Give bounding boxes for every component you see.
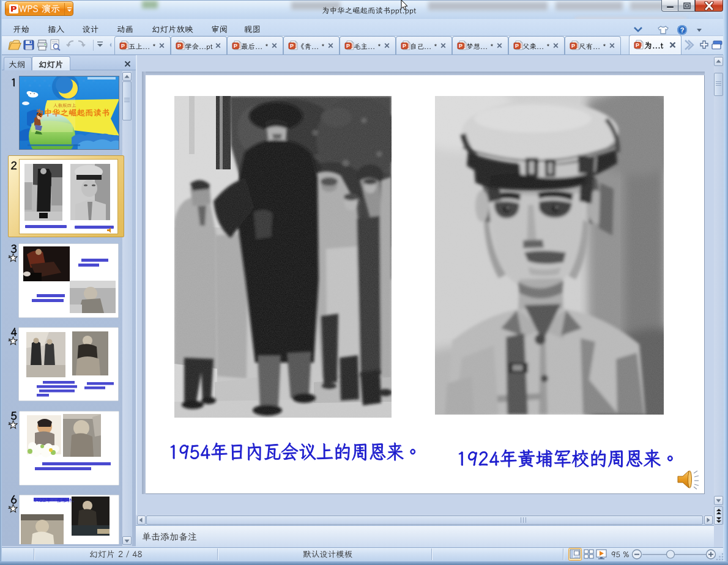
svg-text:?: ? <box>680 26 685 34</box>
svg-text:P: P <box>346 43 350 49</box>
svg-text:P: P <box>177 43 181 49</box>
svg-text:P: P <box>234 43 237 49</box>
svg-text:P: P <box>571 43 575 49</box>
svg-text:P: P <box>121 43 125 49</box>
svg-text:P: P <box>515 43 519 49</box>
svg-text:P: P <box>290 43 294 49</box>
svg-text:P: P <box>403 43 406 49</box>
svg-text:P: P <box>459 43 462 49</box>
svg-text:P: P <box>636 42 639 48</box>
